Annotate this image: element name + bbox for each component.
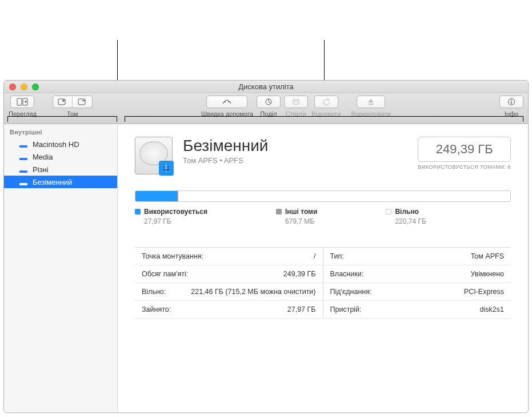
view-button[interactable] <box>11 96 34 108</box>
capacity-subtitle: ВИКОРИСТОВУЄТЬСЯ ТОМАМИ: 6 <box>418 164 511 170</box>
svg-rect-2 <box>58 99 65 105</box>
window-title: Дискова утиліта <box>4 82 528 91</box>
swatch-free-icon <box>386 209 391 215</box>
callout-bracket-content <box>125 116 523 122</box>
svg-point-5 <box>228 101 229 102</box>
info-key: Зайнято: <box>142 305 171 313</box>
info-key: Власники: <box>330 270 364 278</box>
legend-other-label: Інші томи <box>285 208 317 216</box>
info-row: Тип:Том APFS <box>323 248 511 265</box>
disk-icon <box>19 165 28 174</box>
app-window: Дискова утиліта Перегляд Том <box>3 80 529 413</box>
legend-used-value: 27,97 ГБ <box>144 217 207 225</box>
info-key: Тип: <box>330 252 344 260</box>
legend-other-value: 679,7 МБ <box>285 217 317 225</box>
info-value: / <box>314 252 315 260</box>
info-table: Точка монтування:/ Обсяг пам'яті:249,39 … <box>135 247 511 319</box>
toolbar-unmount-group: Відмонтувати <box>351 96 390 117</box>
svg-rect-12 <box>19 145 27 148</box>
toolbar-restore-group: Відновити <box>311 96 341 117</box>
remove-volume-button[interactable] <box>73 96 92 108</box>
info-row: Вільно:221,46 ГБ (715,2 МБ можна очистит… <box>135 283 323 301</box>
svg-point-20 <box>168 166 169 168</box>
legend-used: Використовується 27,97 ГБ <box>135 208 207 225</box>
unmount-button[interactable] <box>357 96 385 108</box>
svg-point-19 <box>164 166 165 168</box>
volume-icon <box>135 137 173 174</box>
disk-icon <box>19 177 28 186</box>
info-button[interactable] <box>500 96 523 108</box>
info-value: Том APFS <box>471 252 504 260</box>
sidebar-header-internal: Внутрішні <box>4 126 117 138</box>
info-value: 221,46 ГБ (715,2 МБ можна очистити) <box>191 288 315 296</box>
svg-point-10 <box>511 100 512 101</box>
info-value: PCI-Express <box>464 288 504 296</box>
toolbar-erase-group: Стерти <box>284 96 308 117</box>
swatch-used-icon <box>135 209 141 215</box>
info-row: Обсяг пам'яті:249,39 ГБ <box>135 265 323 283</box>
finder-badge-icon <box>159 161 174 176</box>
legend-used-label: Використовується <box>144 208 207 216</box>
info-key: Пристрій: <box>330 305 362 313</box>
sidebar-item-rizni[interactable]: Різні <box>4 163 117 176</box>
info-value: disk2s1 <box>480 305 504 313</box>
toolbar-view-group: Перегляд <box>9 96 37 117</box>
disk-icon <box>19 140 28 149</box>
info-value: 27,97 ГБ <box>287 305 316 313</box>
toolbar-firstaid-group: Швидка допомога <box>201 96 253 117</box>
firstaid-button[interactable] <box>207 96 247 108</box>
partition-button[interactable] <box>257 96 280 108</box>
usage-segment-other <box>177 191 178 201</box>
sidebar-item-label: Безіменний <box>33 178 72 186</box>
sidebar-item-label: Media <box>33 153 53 161</box>
sidebar-item-media[interactable]: Media <box>4 150 117 163</box>
info-key: Обсяг пам'яті: <box>142 270 188 278</box>
add-volume-button[interactable] <box>53 96 73 108</box>
toolbar-partition-group: Поділ <box>257 96 281 117</box>
sidebar-item-label: Різні <box>33 165 49 174</box>
legend-other: Інші томи 679,7 МБ <box>276 208 317 225</box>
info-row: Точка монтування:/ <box>135 248 323 265</box>
titlebar: Дискова утиліта <box>4 81 528 93</box>
content-pane: Безіменний Том APFS • APFS 249,39 ГБ ВИК… <box>118 124 528 412</box>
close-window-button[interactable] <box>9 84 16 90</box>
disk-icon <box>19 152 28 161</box>
sidebar-item-label: Macintosh HD <box>33 140 79 149</box>
legend-free-label: Вільно <box>395 208 419 216</box>
minimize-window-button[interactable] <box>21 84 27 90</box>
svg-rect-7 <box>293 100 299 104</box>
callout-bracket-sidebar <box>7 116 117 122</box>
info-row: Власники:Увімкнено <box>323 265 511 283</box>
volume-header: Безіменний Том APFS • APFS 249,39 ГБ ВИК… <box>118 124 528 179</box>
legend-free-value: 220,74 ГБ <box>395 217 426 225</box>
svg-rect-14 <box>19 158 27 160</box>
info-row: Зайнято:27,97 ГБ <box>135 301 323 319</box>
sidebar-item-bezimennyi[interactable]: Безіменний <box>4 176 117 188</box>
capacity-box: 249,39 ГБ <box>418 137 511 162</box>
usage-section: Використовується 27,97 ГБ Інші томи 679,… <box>118 179 528 231</box>
svg-rect-18 <box>19 183 27 185</box>
sidebar-item-macintosh-hd[interactable]: Macintosh HD <box>4 138 117 150</box>
svg-rect-0 <box>17 98 22 105</box>
info-value: 249,39 ГБ <box>283 270 316 278</box>
toolbar-volume-group: Том <box>53 96 93 117</box>
zoom-window-button[interactable] <box>32 84 39 90</box>
info-col-left: Точка монтування:/ Обсяг пам'яті:249,39 … <box>135 248 323 319</box>
info-key: Точка монтування: <box>142 252 203 260</box>
info-key: Під'єднання: <box>330 288 372 296</box>
sidebar: Внутрішні Macintosh HD Media Різні Безім… <box>4 124 118 412</box>
toolbar-info-group: Інфо <box>499 96 523 117</box>
info-col-right: Тип:Том APFS Власники:Увімкнено Під'єдна… <box>323 248 511 319</box>
swatch-other-icon <box>276 209 282 215</box>
legend-free: Вільно 220,74 ГБ <box>386 208 426 225</box>
volume-subtitle: Том APFS • APFS <box>183 156 268 165</box>
restore-button[interactable] <box>315 96 338 108</box>
svg-rect-16 <box>19 170 27 173</box>
info-row: Під'єднання:PCI-Express <box>323 283 511 301</box>
erase-button[interactable] <box>285 96 307 108</box>
svg-rect-3 <box>78 99 85 105</box>
volume-name: Безіменний <box>183 137 268 155</box>
usage-bar <box>135 190 511 202</box>
info-value: Увімкнено <box>471 270 504 278</box>
info-row: Пристрій:disk2s1 <box>323 301 511 319</box>
